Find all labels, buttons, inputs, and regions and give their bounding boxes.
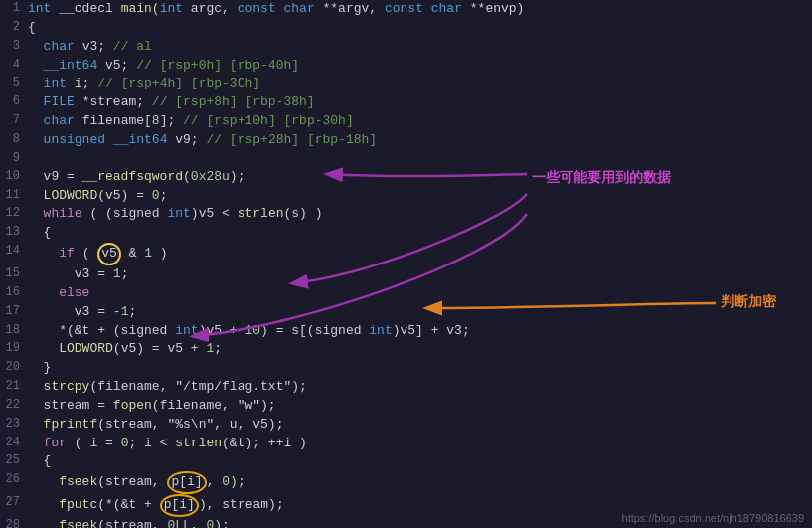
line-code: stream = fopen(filename, "w"); <box>28 397 812 416</box>
table-row: 18 *(&t + (signed int)v5 + 10) = s[(sign… <box>0 322 812 341</box>
table-row: 24 for ( i = 0; i < strlen(&t); ++i ) <box>0 435 812 453</box>
line-code: } <box>28 359 812 378</box>
table-row: 3 char v3; // al <box>0 38 812 57</box>
line-code: if ( v5 & 1 ) <box>28 243 812 265</box>
line-number: 4 <box>0 57 28 74</box>
line-number: 10 <box>0 168 28 185</box>
line-number: 27 <box>0 494 28 511</box>
line-code: fprintf(stream, "%s\n", u, v5); <box>28 416 812 435</box>
table-row: 21 strcpy(filename, "/tmp/flag.txt"); <box>0 378 812 397</box>
table-row: 12 while ( (signed int)v5 < strlen(s) ) <box>0 205 812 224</box>
table-row: 2{ <box>0 19 812 38</box>
line-number: 19 <box>0 340 28 357</box>
line-number: 6 <box>0 93 28 110</box>
line-number: 15 <box>0 265 28 282</box>
line-code: unsigned __int64 v9; // [rsp+28h] [rbp-1… <box>28 131 812 150</box>
annotation-purple: 一些可能要用到的数据 <box>532 169 671 187</box>
line-code: char v3; // al <box>28 38 812 57</box>
line-number: 24 <box>0 435 28 451</box>
line-number: 21 <box>0 378 28 395</box>
line-code: else <box>28 284 812 303</box>
line-number: 12 <box>0 205 28 222</box>
table-row: 19 LODWORD(v5) = v5 + 1; <box>0 340 812 359</box>
line-number: 20 <box>0 359 28 376</box>
line-code: FILE *stream; // [rsp+8h] [rbp-38h] <box>28 93 812 112</box>
table-row: 14 if ( v5 & 1 ) <box>0 243 812 265</box>
table-row: 7 char filename[8]; // [rsp+10h] [rbp-30… <box>0 112 812 131</box>
annotation-orange: 判断加密 <box>721 293 776 311</box>
table-row: 6 FILE *stream; // [rsp+8h] [rbp-38h] <box>0 93 812 112</box>
line-code: int i; // [rsp+4h] [rbp-3Ch] <box>28 75 812 93</box>
line-number: 17 <box>0 303 28 320</box>
table-row: 13 { <box>0 224 812 243</box>
table-row: 22 stream = fopen(filename, "w"); <box>0 397 812 416</box>
line-number: 1 <box>0 0 28 17</box>
line-code: v3 = 1; <box>28 265 812 284</box>
table-row: 1int __cdecl main(int argc, const char *… <box>0 0 812 19</box>
table-row: 25 { <box>0 452 812 471</box>
line-code: LODWORD(v5) = v5 + 1; <box>28 340 812 359</box>
table-row: 4 __int64 v5; // [rsp+0h] [rbp-40h] <box>0 57 812 76</box>
code-container: 1int __cdecl main(int argc, const char *… <box>0 0 812 528</box>
line-number: 9 <box>0 150 28 167</box>
table-row: 11 LODWORD(v5) = 0; <box>0 187 812 206</box>
table-row: 16 else <box>0 284 812 303</box>
line-number: 18 <box>0 322 28 339</box>
code-area: 1int __cdecl main(int argc, const char *… <box>0 0 812 528</box>
line-code: { <box>28 452 812 471</box>
line-number: 3 <box>0 38 28 55</box>
line-code: LODWORD(v5) = 0; <box>28 187 812 206</box>
watermark: https://blog.csdn.net/njh18790816639 <box>622 512 804 524</box>
line-code: { <box>28 19 812 38</box>
table-row: 26 fseek(stream, p[i], 0); <box>0 471 812 494</box>
line-number: 22 <box>0 397 28 414</box>
table-row: 23 fprintf(stream, "%s\n", u, v5); <box>0 416 812 435</box>
line-number: 13 <box>0 224 28 241</box>
table-row: 15 v3 = 1; <box>0 265 812 284</box>
line-code: v9 = __readfsqword(0x28u); <box>28 168 812 187</box>
line-number: 25 <box>0 452 28 469</box>
line-code: strcpy(filename, "/tmp/flag.txt"); <box>28 378 812 397</box>
line-number: 14 <box>0 243 28 260</box>
line-number: 8 <box>0 131 28 148</box>
line-number: 16 <box>0 284 28 301</box>
line-number: 5 <box>0 75 28 91</box>
table-row: 20 } <box>0 359 812 378</box>
line-code: int __cdecl main(int argc, const char **… <box>28 0 812 19</box>
table-row: 17 v3 = -1; <box>0 303 812 322</box>
line-number: 26 <box>0 471 28 488</box>
line-code: __int64 v5; // [rsp+0h] [rbp-40h] <box>28 57 812 76</box>
line-code: v3 = -1; <box>28 303 812 322</box>
table-row: 10 v9 = __readfsqword(0x28u); <box>0 168 812 187</box>
line-number: 2 <box>0 19 28 36</box>
table-row: 9 <box>0 150 812 168</box>
line-code: for ( i = 0; i < strlen(&t); ++i ) <box>28 435 812 453</box>
line-number: 28 <box>0 517 28 528</box>
line-number: 23 <box>0 416 28 433</box>
table-row: 8 unsigned __int64 v9; // [rsp+28h] [rbp… <box>0 131 812 150</box>
line-code: fseek(stream, p[i], 0); <box>28 471 812 494</box>
line-code: *(&t + (signed int)v5 + 10) = s[(signed … <box>28 322 812 341</box>
line-code: { <box>28 224 812 243</box>
line-code: char filename[8]; // [rsp+10h] [rbp-30h] <box>28 112 812 131</box>
line-number: 11 <box>0 187 28 204</box>
line-code: while ( (signed int)v5 < strlen(s) ) <box>28 205 812 224</box>
table-row: 5 int i; // [rsp+4h] [rbp-3Ch] <box>0 75 812 93</box>
line-number: 7 <box>0 112 28 129</box>
